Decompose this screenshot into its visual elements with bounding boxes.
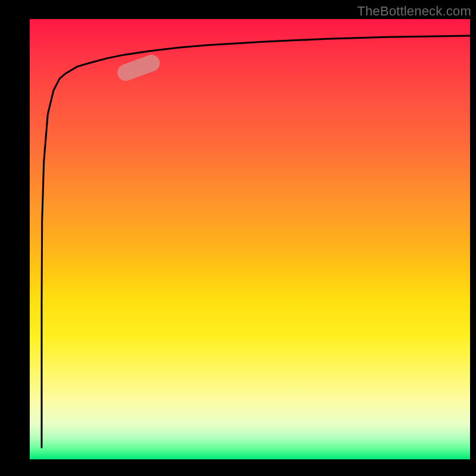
curve-layer <box>30 19 470 459</box>
attribution-label: TheBottleneck.com <box>357 4 471 19</box>
plot-frame <box>30 19 470 459</box>
bottleneck-curve <box>42 36 470 447</box>
chart-container: TheBottleneck.com <box>0 0 476 476</box>
